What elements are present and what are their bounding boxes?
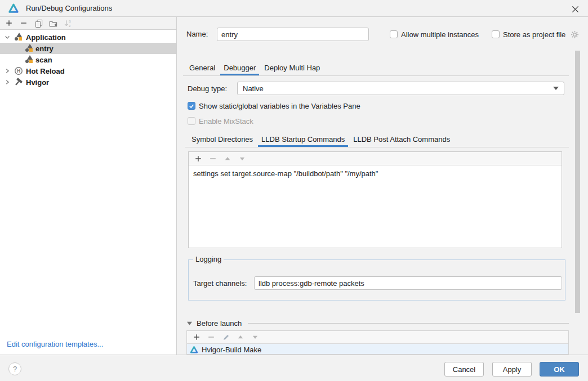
configurations-sidebar: a z Application entry scan: [0, 17, 177, 355]
svg-text:z: z: [69, 23, 70, 27]
checkbox-disabled-icon: [188, 117, 195, 125]
move-task-down-icon[interactable]: [251, 333, 260, 342]
logging-group: Logging Target channels:: [188, 259, 565, 301]
configuration-tabs: General Debugger Deploy Multi Hap: [183, 60, 569, 76]
tree-group-application[interactable]: Application: [0, 32, 176, 43]
collapse-triangle-icon[interactable]: [186, 321, 193, 326]
chevron-down-icon: [553, 87, 559, 90]
svg-text:H: H: [17, 68, 20, 74]
allow-multiple-instances-checkbox[interactable]: Allow multiple instances: [390, 28, 479, 41]
tree-item-label: Hvigor: [26, 78, 49, 87]
remove-command-icon[interactable]: [208, 154, 217, 163]
tab-symbol-directories[interactable]: Symbol Directories: [188, 131, 256, 147]
name-label: Name:: [186, 29, 208, 40]
remove-task-icon[interactable]: [207, 333, 216, 342]
tab-lldb-startup-commands[interactable]: LLDB Startup Commands: [258, 131, 348, 147]
tree-item-scan[interactable]: scan: [0, 54, 176, 65]
tree-group-hvigor[interactable]: Hvigor: [0, 77, 176, 88]
gear-icon[interactable]: [571, 30, 579, 39]
add-configuration-icon[interactable]: [5, 19, 14, 28]
application-config-icon: [25, 44, 34, 53]
checkbox-unchecked-icon[interactable]: [390, 30, 398, 38]
show-static-variables-label: Show static/global variables in the Vari…: [199, 102, 360, 110]
svg-text:a: a: [68, 19, 70, 23]
before-launch-header[interactable]: Before launch: [186, 319, 569, 328]
apply-button[interactable]: Apply: [492, 362, 532, 376]
tree-item-entry[interactable]: entry: [0, 43, 176, 54]
add-command-icon[interactable]: [194, 154, 203, 163]
before-launch-task-hvigor-build[interactable]: Hvigor-Build Make: [187, 344, 568, 355]
run-debug-configurations-dialog: Run/Debug Configurations: [0, 0, 588, 381]
title-bar: Run/Debug Configurations: [0, 0, 588, 17]
new-folder-icon[interactable]: [48, 19, 57, 28]
tab-lldb-post-attach-commands[interactable]: LLDB Post Attach Commands: [350, 131, 453, 147]
dialog-title: Run/Debug Configurations: [26, 4, 112, 12]
remove-configuration-icon[interactable]: [19, 19, 28, 28]
store-as-project-file-label: Store as project file: [503, 30, 565, 39]
before-launch-toolbar: [187, 331, 568, 344]
move-task-up-icon[interactable]: [236, 333, 245, 342]
vertical-scrollbar[interactable]: [575, 51, 580, 313]
tab-general[interactable]: General: [186, 60, 219, 75]
lldb-command-text[interactable]: settings set target.source-map "/buildbo…: [189, 165, 562, 182]
debug-type-label: Debug type:: [188, 83, 227, 95]
before-launch-panel: Hvigor-Build Make: [186, 330, 569, 355]
target-channels-input[interactable]: [254, 276, 562, 290]
chevron-right-icon[interactable]: [5, 79, 10, 86]
tree-item-label: Hot Reload: [26, 67, 65, 75]
chevron-right-icon[interactable]: [5, 68, 10, 74]
move-up-icon[interactable]: [223, 154, 232, 163]
divider: [248, 323, 569, 324]
store-as-project-file-checkbox[interactable]: Store as project file: [492, 28, 579, 41]
copy-configuration-icon[interactable]: [34, 19, 43, 28]
configuration-editor: Name: Allow multiple instances Store as …: [177, 17, 588, 355]
chevron-down-icon[interactable]: [5, 34, 10, 41]
hot-reload-icon: H: [14, 66, 23, 75]
before-launch-title: Before launch: [197, 319, 242, 328]
hvigor-hammer-icon: [14, 78, 23, 87]
dialog-footer: ? Cancel Apply OK: [0, 355, 588, 381]
tab-deploy-multi-hap[interactable]: Deploy Multi Hap: [261, 60, 323, 75]
tree-item-label: scan: [35, 56, 52, 64]
edit-configuration-templates-link[interactable]: Edit configuration templates...: [7, 340, 103, 348]
sort-configurations-icon[interactable]: a z: [63, 19, 72, 28]
name-input[interactable]: [217, 28, 369, 41]
allow-multiple-instances-label: Allow multiple instances: [401, 30, 479, 39]
lldb-startup-commands-panel: settings set target.source-map "/buildbo…: [188, 151, 562, 248]
configurations-tree: Application entry scan H Hot Reload: [0, 30, 176, 88]
help-button[interactable]: ?: [8, 362, 21, 375]
checkbox-checked-icon[interactable]: [188, 102, 195, 110]
edit-task-icon[interactable]: [221, 333, 230, 342]
sidebar-toolbar: a z: [0, 17, 176, 30]
debug-type-select[interactable]: Native: [237, 82, 564, 95]
close-icon[interactable]: [570, 4, 580, 14]
tree-item-label: Application: [26, 33, 66, 42]
deveco-logo-icon: [8, 3, 19, 14]
lldb-tabs: Symbol Directories LLDB Startup Commands…: [185, 131, 569, 147]
application-config-icon: [25, 55, 34, 64]
help-icon: ?: [13, 365, 17, 373]
show-static-variables-checkbox[interactable]: Show static/global variables in the Vari…: [188, 99, 360, 113]
add-task-icon[interactable]: [192, 333, 201, 342]
target-channels-label: Target channels:: [193, 278, 247, 289]
tree-item-label: entry: [35, 44, 54, 53]
tree-group-hot-reload[interactable]: H Hot Reload: [0, 65, 176, 77]
cancel-button[interactable]: Cancel: [444, 362, 484, 376]
before-launch-task-label: Hvigor-Build Make: [202, 346, 261, 354]
tab-debugger[interactable]: Debugger: [220, 60, 259, 75]
application-config-icon: [14, 33, 23, 42]
debug-type-value: Native: [243, 84, 264, 93]
logging-legend: Logging: [193, 255, 224, 263]
commands-toolbar: [189, 152, 562, 165]
move-down-icon[interactable]: [238, 154, 247, 163]
checkbox-unchecked-icon[interactable]: [492, 30, 500, 38]
ok-button[interactable]: OK: [540, 362, 579, 376]
deveco-logo-icon: [190, 346, 198, 354]
enable-mixstack-checkbox[interactable]: Enable MixStack: [188, 114, 253, 128]
enable-mixstack-label: Enable MixStack: [199, 117, 253, 125]
